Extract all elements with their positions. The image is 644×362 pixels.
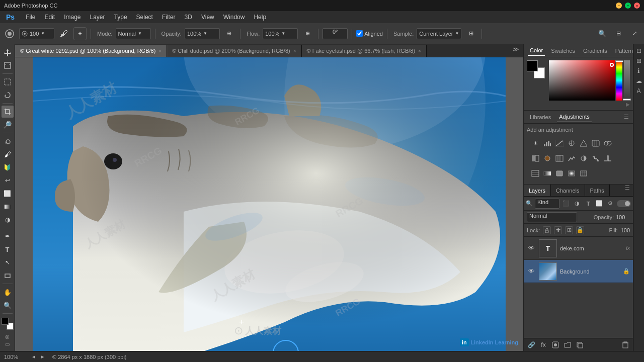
- cc-libraries-icon[interactable]: ☁: [634, 76, 643, 85]
- tab-great-white[interactable]: © Great white 0292.psd @ 100% (Backgroun…: [15, 45, 167, 57]
- filter-pixel-btn[interactable]: ⬛: [561, 199, 571, 208]
- lock-pixels-btn[interactable]: [543, 226, 551, 234]
- layer-opacity-value[interactable]: 100: [616, 214, 630, 220]
- quick-mask-btn[interactable]: ◎: [5, 334, 10, 339]
- lock-artboard-btn[interactable]: ⊞: [565, 226, 573, 234]
- clone-stamp-tool[interactable]: 🔰: [2, 161, 14, 173]
- move-tool[interactable]: [2, 46, 14, 58]
- artboard-tool[interactable]: [2, 59, 14, 71]
- info-panel-icon[interactable]: ℹ: [634, 66, 643, 75]
- hue-sat-adj-icon[interactable]: [590, 138, 601, 149]
- menu-image[interactable]: Image: [60, 13, 85, 22]
- menu-edit[interactable]: Edit: [40, 13, 59, 22]
- gradient-map-adj-icon[interactable]: [542, 168, 553, 179]
- tool-preset-picker[interactable]: [3, 27, 16, 40]
- text-tool[interactable]: T: [2, 243, 14, 255]
- gradient-tool[interactable]: [2, 201, 14, 213]
- menu-type[interactable]: Type: [110, 13, 131, 22]
- fg-bg-color-swatch[interactable]: [2, 318, 14, 330]
- menu-3d[interactable]: 3D: [181, 13, 196, 22]
- shape-tool[interactable]: [2, 269, 14, 282]
- menu-view[interactable]: View: [197, 13, 218, 22]
- patterns-panel-tab[interactable]: Patterns: [613, 46, 633, 56]
- search-btn[interactable]: 🔍: [596, 27, 609, 40]
- libraries-tab[interactable]: Libraries: [528, 112, 553, 122]
- pressure-opacity-btn[interactable]: ⊕: [223, 27, 236, 40]
- canvas-image[interactable]: 人人素材 RRCG 人人素材 RRCG 人人素材 RRCG RRCG ⊙人人素材…: [33, 57, 506, 351]
- fill-value[interactable]: 100: [621, 227, 630, 233]
- panel-collapse-btn[interactable]: ≫: [513, 46, 519, 53]
- color-saturation-brightness[interactable]: [549, 60, 615, 101]
- menu-layer[interactable]: Layer: [86, 13, 109, 22]
- screen-mode-btn[interactable]: ⤢: [628, 27, 641, 40]
- new-group-btn[interactable]: [563, 340, 572, 349]
- paths-tab[interactable]: Paths: [585, 185, 610, 196]
- maximize-button[interactable]: +: [625, 3, 631, 9]
- layer-row-background[interactable]: 👁 Background 🔒: [524, 260, 633, 283]
- char-panel-icon[interactable]: A: [634, 86, 643, 96]
- angle-input[interactable]: 0°: [323, 28, 348, 39]
- color-panel-tab[interactable]: Color: [528, 45, 545, 56]
- dodge-tool[interactable]: ◑: [2, 214, 14, 226]
- filter-adjustment-btn[interactable]: ◑: [573, 199, 582, 208]
- curves-adj-icon[interactable]: [554, 138, 565, 149]
- brush-toggle-btn[interactable]: 🖌: [57, 27, 70, 40]
- layers-panel-menu[interactable]: ☰: [622, 185, 633, 196]
- spot-healing-tool[interactable]: [2, 135, 14, 147]
- screen-mode-icon[interactable]: ▭: [5, 341, 10, 347]
- aligned-checkbox[interactable]: Aligned: [356, 30, 383, 37]
- brightness-adj-icon[interactable]: ☀: [530, 138, 541, 149]
- filter-type-btn[interactable]: T: [584, 199, 593, 208]
- nav-right-btn[interactable]: ▸: [39, 353, 46, 360]
- bw-adj-icon[interactable]: [530, 153, 541, 164]
- add-mask-btn[interactable]: [551, 340, 560, 349]
- properties-panel-icon[interactable]: ⊞: [634, 56, 643, 65]
- tab-close-3[interactable]: ×: [418, 48, 421, 54]
- channel-mixer-adj-icon[interactable]: [554, 153, 565, 164]
- tab-fake-eyelash[interactable]: © Fake eyelash.psd @ 66.7% (lash, RGB/8)…: [302, 45, 427, 57]
- zoom-tool[interactable]: 🔍: [2, 299, 14, 311]
- menu-filter[interactable]: Filter: [158, 13, 180, 22]
- layer-blend-mode-dropdown[interactable]: Normal: [527, 212, 577, 222]
- color-lookup-adj-icon[interactable]: [566, 153, 577, 164]
- tab-close-1[interactable]: ×: [158, 48, 162, 54]
- filter-kind-dropdown[interactable]: Kind: [535, 199, 559, 209]
- brush-tool[interactable]: 🖌: [2, 148, 14, 160]
- levels-adj-icon[interactable]: [542, 138, 553, 149]
- filter-shape-btn[interactable]: ⬜: [595, 199, 604, 208]
- path-selection-tool[interactable]: ↖: [2, 256, 14, 268]
- link-layers-btn[interactable]: 🔗: [527, 340, 536, 349]
- hue-slider[interactable]: [616, 60, 622, 101]
- pattern-fill-adj-icon[interactable]: [578, 168, 589, 179]
- crop-tool[interactable]: [2, 106, 14, 118]
- fg-bg-swatches[interactable]: [527, 60, 545, 78]
- sample-dropdown[interactable]: Current Layer ▼: [417, 28, 461, 39]
- gradient-fill-adj-icon[interactable]: [566, 168, 577, 179]
- tab-chill-dude[interactable]: © Chill dude.psd @ 200% (Background, RGB…: [167, 45, 301, 57]
- filter-toggle[interactable]: [617, 200, 631, 207]
- rectangular-marquee-tool[interactable]: [2, 76, 14, 88]
- threshold-adj-icon[interactable]: [602, 153, 613, 164]
- history-brush-tool[interactable]: ↩: [2, 174, 14, 187]
- menu-file[interactable]: File: [22, 13, 39, 22]
- adj-panel-menu[interactable]: ☰: [624, 114, 629, 120]
- hand-tool[interactable]: ✋: [2, 286, 14, 298]
- selective-color-adj-icon[interactable]: [530, 168, 541, 179]
- lock-all-btn[interactable]: 🔒: [576, 226, 584, 234]
- layers-tab[interactable]: Layers: [524, 185, 551, 196]
- delete-layer-btn[interactable]: [621, 340, 630, 349]
- color-balance-adj-icon[interactable]: [602, 138, 613, 149]
- menu-select[interactable]: Select: [132, 13, 157, 22]
- invert-adj-icon[interactable]: [578, 153, 589, 164]
- adjustments-tab[interactable]: Adjustments: [557, 112, 592, 122]
- arrange-windows-btn[interactable]: ⊟: [612, 27, 625, 40]
- layer-row-deke[interactable]: 👁 T deke.com fx: [524, 237, 633, 260]
- filter-smart-btn[interactable]: ⚙: [606, 199, 615, 208]
- solid-color-adj-icon[interactable]: [554, 168, 565, 179]
- history-panel-icon[interactable]: ⊡: [634, 46, 643, 55]
- channels-tab[interactable]: Channels: [551, 185, 585, 196]
- alpha-slider[interactable]: [624, 60, 630, 101]
- nav-left-btn[interactable]: ◂: [30, 353, 37, 360]
- close-button[interactable]: ×: [634, 3, 640, 9]
- pen-tool[interactable]: ✒: [2, 230, 14, 242]
